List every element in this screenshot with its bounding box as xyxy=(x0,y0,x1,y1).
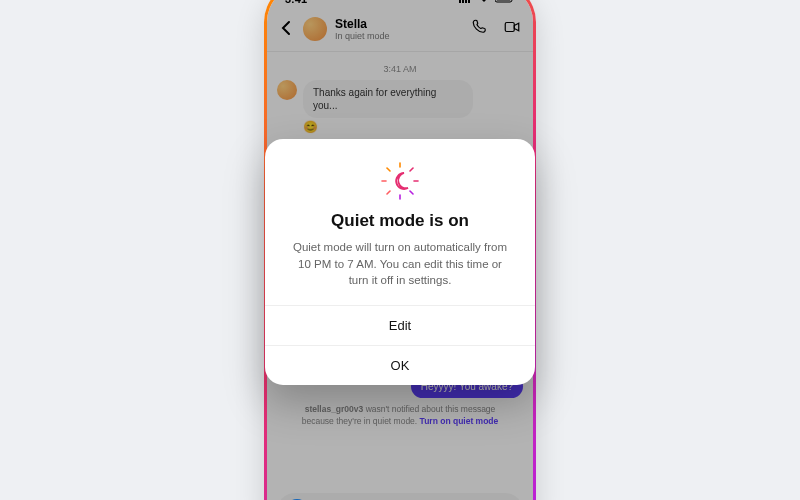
quiet-mode-modal: Quiet mode is on Quiet mode will turn on… xyxy=(265,139,535,385)
ok-button[interactable]: OK xyxy=(265,345,535,385)
modal-title: Quiet mode is on xyxy=(287,211,513,231)
svg-line-16 xyxy=(387,168,390,171)
modal-body-text: Quiet mode will turn on automatically fr… xyxy=(287,239,513,289)
edit-button[interactable]: Edit xyxy=(265,305,535,345)
moon-icon xyxy=(380,161,420,201)
phone-frame: 3:41 Stella In quiet mode xyxy=(264,0,536,500)
svg-line-18 xyxy=(410,168,413,171)
svg-line-19 xyxy=(387,191,390,194)
svg-line-17 xyxy=(410,191,413,194)
